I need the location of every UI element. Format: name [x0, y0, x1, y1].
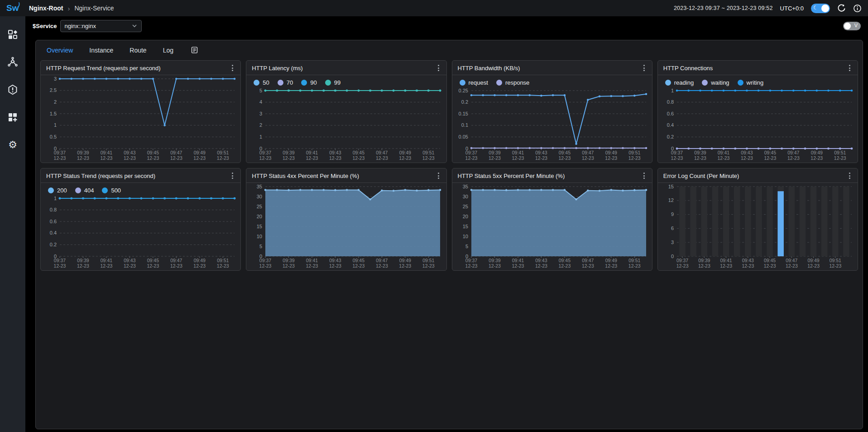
refresh-button[interactable] [837, 4, 846, 13]
svg-text:09:4312-23: 09:4312-23 [535, 258, 547, 269]
dark-mode-toggle[interactable]: ☾ [811, 4, 830, 13]
chart-canvas: 01234509:3712-2309:3912-2309:4112-2309:4… [246, 87, 446, 162]
legend-label: 404 [84, 187, 94, 194]
card-menu-button[interactable] [642, 64, 647, 72]
legend-item[interactable]: 90 [301, 79, 317, 86]
legend-item[interactable]: 50 [254, 79, 269, 86]
card-menu-button[interactable] [230, 172, 235, 180]
version-toggle[interactable]: V [843, 22, 861, 30]
tab-route[interactable]: Route [129, 47, 146, 54]
svg-text:1: 1 [54, 122, 57, 128]
card-menu-button[interactable] [230, 64, 235, 72]
legend-item[interactable]: 500 [102, 187, 121, 194]
sidebar-item-topology[interactable] [6, 56, 19, 68]
svg-text:4: 4 [259, 99, 262, 105]
svg-text:09:4712-23: 09:4712-23 [581, 258, 594, 269]
card-menu-button[interactable] [642, 172, 647, 180]
service-select[interactable]: nginx::nginx [60, 20, 142, 32]
svg-text:09:3712-23: 09:3712-23 [54, 150, 66, 161]
svg-text:20: 20 [462, 214, 468, 219]
chart-card-header: HTTP Status 5xx Percent Per Minute (%) [452, 168, 652, 183]
chart-title: Error Log Count (Per Minute) [663, 173, 739, 179]
tab-tools-button[interactable] [191, 46, 198, 54]
legend-label: 200 [57, 187, 67, 194]
svg-text:1: 1 [54, 196, 57, 201]
legend-item[interactable]: request [460, 79, 488, 86]
legend-item[interactable]: 99 [325, 79, 340, 86]
svg-text:6: 6 [671, 226, 674, 231]
svg-text:5: 5 [259, 88, 262, 93]
svg-text:25: 25 [257, 204, 262, 209]
svg-text:09:5112-23: 09:5112-23 [834, 150, 846, 161]
svg-text:5: 5 [465, 244, 468, 249]
breadcrumb-current[interactable]: Nginx-Service [74, 5, 114, 12]
chart-legend: 200404500 [41, 183, 240, 195]
svg-text:0.2: 0.2 [50, 242, 57, 247]
legend-dot-icon [325, 80, 331, 86]
tab-overview[interactable]: Overview [47, 47, 73, 54]
info-button[interactable] [853, 4, 862, 13]
legend-label: reading [674, 79, 694, 86]
legend-label: waiting [711, 79, 729, 86]
chart-card: HTTP Bandwidth (KB/s) requestresponse 00… [452, 60, 652, 163]
sidebar-item-settings[interactable]: ⚙ [6, 139, 19, 151]
svg-text:09:4512-23: 09:4512-23 [353, 258, 365, 269]
svg-text:09:3712-23: 09:3712-23 [465, 258, 477, 269]
legend-label: 99 [334, 79, 340, 86]
sidebar-item-dashboards[interactable] [6, 28, 19, 41]
card-menu-button[interactable] [436, 64, 441, 72]
chart-canvas: 00.20.40.60.8109:3712-2309:3912-2309:411… [41, 195, 240, 270]
legend-item[interactable]: 70 [278, 79, 293, 86]
chart-card-header: HTTP Request Trend (requests per second) [41, 61, 240, 75]
legend-item[interactable]: reading [665, 79, 694, 86]
svg-text:09:5112-23: 09:5112-23 [422, 150, 435, 161]
svg-text:09:4912-23: 09:4912-23 [605, 258, 617, 269]
svg-text:2.5: 2.5 [50, 87, 57, 93]
chart-canvas: 0510152025303509:3712-2309:3912-2309:411… [246, 183, 446, 270]
legend-item[interactable]: writing [738, 79, 764, 86]
chart-card-header: Error Log Count (Per Minute) [658, 168, 858, 183]
legend-label: 90 [310, 79, 317, 86]
svg-text:09:3912-23: 09:3912-23 [489, 150, 501, 161]
sidebar-item-alerting[interactable] [6, 83, 19, 96]
chart-card: HTTP Status 4xx Percent Per Minute (%) 0… [246, 168, 446, 271]
svg-text:09:4912-23: 09:4912-23 [193, 150, 206, 161]
svg-text:09:4512-23: 09:4512-23 [558, 258, 571, 269]
breadcrumb-root[interactable]: Nginx-Root [29, 5, 63, 12]
svg-text:0.6: 0.6 [50, 219, 57, 224]
chart-title: HTTP Connections [663, 65, 713, 72]
chart-title: HTTP Bandwidth (KB/s) [458, 65, 520, 72]
card-menu-button[interactable] [847, 172, 852, 180]
legend-label: 500 [111, 187, 121, 194]
legend-label: writing [747, 79, 764, 86]
legend-dot-icon [102, 187, 108, 193]
tab-log[interactable]: Log [163, 47, 173, 54]
card-menu-button[interactable] [847, 64, 852, 72]
legend-item[interactable]: response [496, 79, 529, 86]
chart-card: HTTP Latency (ms) 50709099 01234509:3712… [246, 60, 446, 163]
chart-canvas: 00.511.522.5309:3712-2309:3912-2309:4112… [41, 75, 240, 162]
card-menu-button[interactable] [436, 172, 441, 180]
svg-text:1: 1 [671, 88, 674, 93]
timezone-label[interactable]: UTC+0:0 [780, 5, 804, 12]
svg-text:20: 20 [257, 214, 262, 219]
tab-instance[interactable]: Instance [89, 47, 113, 54]
time-range-picker[interactable]: 2023-12-23 09:37 ~ 2023-12-23 09:52 [674, 5, 773, 11]
dashboards-icon [7, 29, 18, 40]
chart-canvas: 0510152025303509:3712-2309:3912-2309:411… [452, 183, 652, 270]
chart-title: HTTP Request Trend (requests per second) [46, 65, 161, 72]
legend-item[interactable]: 200 [48, 187, 67, 194]
svg-text:09:5112-23: 09:5112-23 [217, 258, 229, 269]
svg-text:09:4912-23: 09:4912-23 [399, 150, 412, 161]
svg-text:09:4112-23: 09:4112-23 [717, 150, 729, 161]
chart-card: HTTP Status Trend (requests per second) … [40, 168, 241, 271]
legend-item[interactable]: waiting [702, 79, 729, 86]
service-bar: $Service nginx::nginx V [25, 16, 868, 35]
sidebar-item-marketplace[interactable] [6, 111, 19, 124]
legend-label: response [505, 79, 529, 86]
svg-text:09:4312-23: 09:4312-23 [329, 258, 341, 269]
svg-text:0.4: 0.4 [50, 230, 57, 235]
skywalking-logo[interactable]: Sw) [6, 3, 25, 13]
legend-item[interactable]: 404 [75, 187, 94, 194]
svg-text:12: 12 [668, 197, 674, 203]
